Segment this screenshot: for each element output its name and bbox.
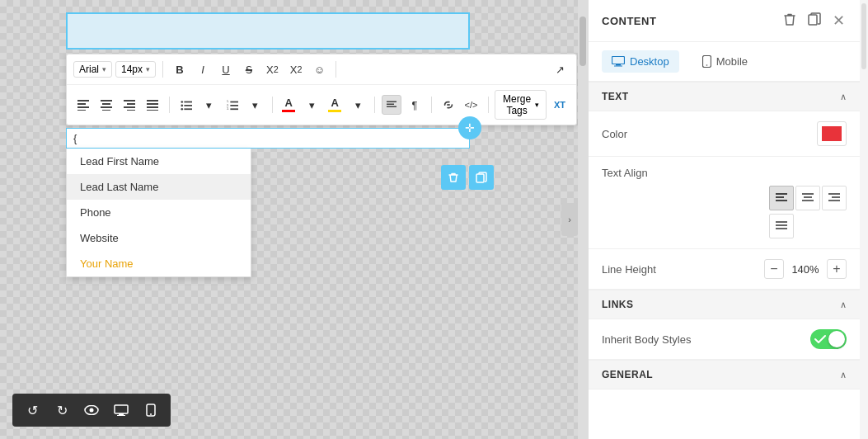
right-panel: CONTENT ✕ Desktop	[588, 0, 860, 439]
text-color-dropdown[interactable]: ▾	[302, 95, 321, 115]
text-align-row: Text Align	[589, 157, 860, 249]
desktop-view-label: Desktop	[630, 55, 669, 68]
merge-input[interactable]	[73, 132, 462, 144]
svg-rect-31	[476, 174, 484, 182]
panel-header-actions: ✕	[781, 10, 847, 31]
font-family-chevron: ▾	[102, 65, 106, 73]
text-section-header[interactable]: TEXT ∧	[589, 82, 860, 111]
general-section-header[interactable]: GENERAL ∧	[589, 360, 860, 389]
dropdown-item-lead-last-name[interactable]: Lead Last Name	[67, 174, 251, 200]
rtl-button[interactable]	[382, 95, 401, 115]
align-center-panel-button[interactable]	[795, 186, 820, 210]
link-button[interactable]	[439, 95, 458, 115]
svg-rect-14	[147, 106, 158, 108]
svg-point-38	[150, 413, 152, 415]
dropdown-item-your-name[interactable]: Your Name	[67, 251, 251, 276]
highlight-bar	[328, 110, 341, 112]
links-section-header[interactable]: LINKS ∧	[589, 290, 860, 319]
text-section-chevron: ∧	[840, 92, 847, 102]
align-left-button[interactable]	[73, 95, 93, 115]
merge-dropdown: Lead First Name Lead Last Name Phone Web…	[66, 149, 251, 277]
svg-rect-13	[147, 103, 158, 105]
panel-header: CONTENT ✕	[589, 0, 860, 42]
svg-rect-56	[776, 224, 787, 226]
svg-rect-6	[101, 106, 112, 108]
expand-button[interactable]: ↗	[550, 59, 570, 79]
inherit-body-styles-label: Inherit Body Styles	[602, 333, 691, 346]
svg-rect-55	[776, 221, 787, 223]
undo-button[interactable]: ↺	[19, 397, 45, 423]
panel-toggle-button[interactable]: ›	[561, 203, 578, 236]
panel-delete-button[interactable]	[781, 10, 798, 31]
desktop-view-tab[interactable]: Desktop	[602, 50, 679, 73]
color-row: Color	[589, 111, 860, 157]
xt-button[interactable]: XT	[550, 95, 570, 115]
delete-button[interactable]	[441, 165, 466, 190]
toolbar-sep-5	[374, 97, 375, 113]
dropdown-item-lead-first-name[interactable]: Lead First Name	[67, 149, 251, 174]
color-swatch[interactable]	[817, 121, 847, 146]
panel-duplicate-button[interactable]	[806, 10, 823, 31]
emoji-button[interactable]: ☺	[309, 59, 329, 79]
text-align-label: Text Align	[602, 167, 648, 179]
bold-button[interactable]: B	[170, 59, 190, 79]
svg-rect-11	[127, 110, 135, 111]
line-height-increase[interactable]: +	[827, 259, 847, 279]
text-block[interactable]	[66, 12, 470, 50]
svg-rect-17	[184, 101, 192, 103]
links-section-label: LINKS	[602, 299, 634, 310]
svg-rect-47	[776, 200, 787, 201]
align-justify-panel-button[interactable]	[769, 214, 794, 238]
strikethrough-button[interactable]: S̶	[239, 59, 259, 79]
ordered-list-dropdown[interactable]: ▾	[246, 95, 265, 115]
align-left-panel-button[interactable]	[769, 186, 794, 210]
svg-rect-4	[101, 100, 112, 101]
svg-rect-23	[230, 101, 238, 103]
align-right-button[interactable]	[120, 95, 139, 115]
line-height-value: 140%	[789, 263, 822, 276]
mobile-view-button[interactable]	[138, 397, 164, 423]
line-height-decrease[interactable]: −	[764, 259, 784, 279]
highlight-dropdown[interactable]: ▾	[348, 95, 368, 115]
preview-button[interactable]	[78, 397, 105, 423]
text-align-buttons-row2	[769, 214, 847, 238]
panel-toggle-icon: ›	[568, 215, 571, 224]
general-section-label: GENERAL	[602, 369, 653, 380]
merge-tags-button[interactable]: Merge Tags ▾	[495, 90, 547, 120]
svg-rect-36	[117, 415, 125, 416]
font-size-select[interactable]: 14px ▾	[115, 61, 156, 78]
underline-button[interactable]: U	[216, 59, 236, 79]
ordered-list-button[interactable]: 1.2.3.	[223, 95, 242, 115]
dropdown-item-phone[interactable]: Phone	[67, 200, 251, 225]
svg-rect-54	[828, 200, 840, 201]
inherit-body-styles-toggle[interactable]	[810, 329, 847, 349]
svg-rect-25	[230, 105, 238, 106]
right-panel-scrollbar[interactable]	[860, 0, 868, 439]
code-button[interactable]: </>	[462, 95, 481, 115]
editor-scrollbar[interactable]	[578, 0, 588, 439]
align-right-panel-button[interactable]	[822, 186, 847, 210]
desktop-view-button[interactable]	[108, 397, 134, 423]
dropdown-item-website[interactable]: Website	[67, 225, 251, 251]
drag-handle[interactable]: ✛	[458, 116, 481, 139]
svg-point-16	[181, 101, 183, 103]
highlight-button[interactable]: A	[325, 95, 345, 115]
svg-rect-9	[127, 103, 135, 105]
unordered-list-button[interactable]	[176, 95, 196, 115]
font-family-select[interactable]: Arial ▾	[73, 61, 112, 78]
align-justify-button[interactable]	[143, 95, 162, 115]
superscript-button[interactable]: X2	[262, 59, 283, 79]
svg-rect-1	[77, 103, 86, 105]
text-section-label: TEXT	[602, 91, 629, 102]
subscript-button[interactable]: X2	[286, 59, 307, 79]
duplicate-button[interactable]	[469, 165, 494, 190]
text-color-button[interactable]: A	[279, 95, 298, 115]
align-center-button[interactable]	[96, 95, 116, 115]
redo-button[interactable]: ↻	[49, 397, 75, 423]
panel-close-button[interactable]: ✕	[831, 10, 847, 31]
toolbar-sep-3	[169, 97, 170, 113]
paragraph-button[interactable]: ¶	[405, 95, 425, 115]
mobile-view-tab[interactable]: Mobile	[692, 50, 758, 73]
unordered-list-dropdown[interactable]: ▾	[199, 95, 219, 115]
italic-button[interactable]: I	[193, 59, 213, 79]
